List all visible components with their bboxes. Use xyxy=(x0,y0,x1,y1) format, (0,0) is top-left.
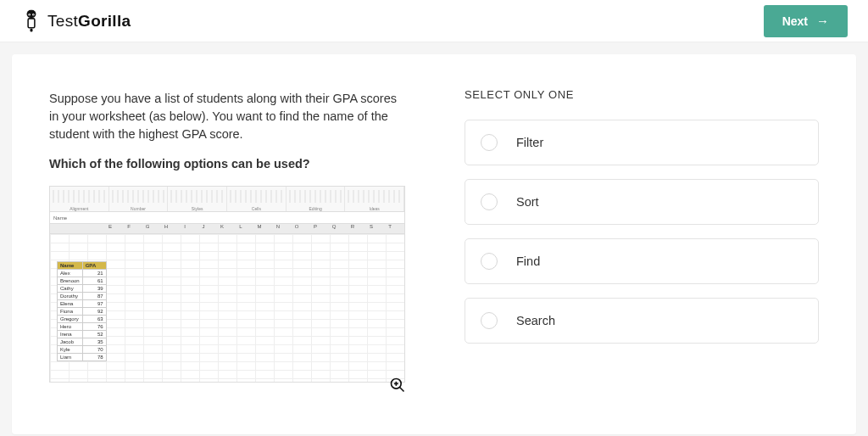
svg-rect-0 xyxy=(27,9,36,17)
next-button-label: Next xyxy=(782,14,808,28)
student-gpa-cell: 76 xyxy=(82,323,106,331)
ribbon-group-label: Number xyxy=(109,206,168,211)
ribbon-group-label: Editing xyxy=(287,206,345,211)
column-header: L xyxy=(231,224,250,233)
svg-line-8 xyxy=(400,388,404,392)
brand-logo: TestGorilla xyxy=(20,9,131,33)
student-gpa-cell: 78 xyxy=(82,354,106,361)
table-header-row: NameGPA xyxy=(58,262,107,270)
table-row: Jacob35 xyxy=(58,338,107,346)
student-name-cell: Hero xyxy=(58,323,83,331)
table-row: Gregory63 xyxy=(58,316,107,323)
student-gpa-cell: 39 xyxy=(82,285,106,293)
student-name-cell: Fiona xyxy=(58,308,83,316)
column-header: N xyxy=(269,224,287,233)
table-header-cell: GPA xyxy=(82,262,106,270)
ribbon-group-label: Ideas xyxy=(345,206,403,211)
question-column: Suppose you have a list of students alon… xyxy=(49,90,405,409)
gorilla-icon xyxy=(20,9,42,33)
column-header: I xyxy=(175,224,194,233)
column-header: J xyxy=(194,224,213,233)
student-name-cell: Gregory xyxy=(58,316,83,323)
table-row: Hero76 xyxy=(58,323,107,331)
column-header: R xyxy=(343,224,362,233)
student-name-cell: Dorothy xyxy=(58,293,83,300)
table-header-cell: Name xyxy=(58,262,83,270)
student-name-cell: Cathy xyxy=(58,285,83,293)
student-gpa-cell: 92 xyxy=(82,308,106,316)
radio-icon xyxy=(481,312,498,329)
student-name-cell: Elena xyxy=(58,300,83,308)
student-name-cell: Jacob xyxy=(58,338,83,346)
radio-icon xyxy=(481,193,498,210)
question-bold: Which of the following options can be us… xyxy=(49,157,405,170)
excel-grid: NameGPAAlex21Brenoon61Cathy39Dorothy87El… xyxy=(50,234,404,382)
student-gpa-cell: 63 xyxy=(82,316,106,323)
table-row: Fiona92 xyxy=(58,308,107,316)
student-gpa-cell: 70 xyxy=(82,346,106,354)
student-name-cell: Kyle xyxy=(58,346,83,354)
ribbon-group-label: Cells xyxy=(227,206,286,211)
table-row: Dorothy87 xyxy=(58,293,107,300)
question-prompt: Suppose you have a list of students alon… xyxy=(49,90,405,143)
column-header: E xyxy=(101,224,120,233)
answer-option-label: Filter xyxy=(516,136,543,149)
table-row: Irena52 xyxy=(58,331,107,338)
student-name-cell: Liam xyxy=(58,354,83,361)
student-gpa-cell: 21 xyxy=(82,270,106,277)
arrow-right-icon: → xyxy=(816,14,829,27)
student-name-cell: Alex xyxy=(58,270,83,277)
table-row: Liam78 xyxy=(58,354,107,361)
zoom-in-icon[interactable] xyxy=(388,376,407,394)
excel-screenshot: AlignmentNumberStylesCellsEditingIdeas N… xyxy=(49,186,405,383)
excel-screenshot-wrap: AlignmentNumberStylesCellsEditingIdeas N… xyxy=(49,186,405,383)
top-bar: TestGorilla Next → xyxy=(0,0,868,42)
answers-column: SELECT ONLY ONE FilterSortFindSearch xyxy=(465,90,819,409)
question-card: Suppose you have a list of students alon… xyxy=(12,54,856,434)
column-header: Q xyxy=(325,224,343,233)
svg-point-3 xyxy=(29,14,30,14)
radio-icon xyxy=(481,253,498,270)
table-row: Brenoon61 xyxy=(58,277,107,285)
answer-option-search[interactable]: Search xyxy=(465,298,819,344)
student-gpa-cell: 87 xyxy=(82,293,106,300)
student-table: NameGPAAlex21Brenoon61Cathy39Dorothy87El… xyxy=(57,261,107,361)
next-button[interactable]: Next → xyxy=(764,5,848,37)
svg-rect-5 xyxy=(28,18,35,27)
ribbon-group: Alignment xyxy=(50,187,109,211)
excel-column-headers: EFGHIJKLMNOPQRST xyxy=(50,224,404,234)
column-header: S xyxy=(362,224,381,233)
ribbon-group: Styles xyxy=(168,187,227,211)
student-name-cell: Irena xyxy=(58,331,83,338)
answer-option-filter[interactable]: Filter xyxy=(465,120,819,165)
excel-name-box: Name xyxy=(50,212,404,224)
answer-option-label: Find xyxy=(516,254,540,268)
table-row: Kyle70 xyxy=(58,346,107,354)
column-header: P xyxy=(306,224,325,233)
answer-option-find[interactable]: Find xyxy=(465,238,819,284)
answer-option-sort[interactable]: Sort xyxy=(465,179,819,225)
student-gpa-cell: 52 xyxy=(82,331,106,338)
column-header: T xyxy=(381,224,399,233)
excel-ribbon: AlignmentNumberStylesCellsEditingIdeas xyxy=(50,187,404,212)
student-gpa-cell: 97 xyxy=(82,300,106,308)
column-header: G xyxy=(138,224,157,233)
column-header: F xyxy=(120,224,138,233)
ribbon-group: Number xyxy=(109,187,169,211)
student-name-cell: Brenoon xyxy=(58,277,83,285)
ribbon-group-label: Alignment xyxy=(50,206,108,211)
answer-options: FilterSortFindSearch xyxy=(465,120,819,344)
ribbon-group-label: Styles xyxy=(168,206,226,211)
column-header: M xyxy=(250,224,269,233)
radio-icon xyxy=(481,134,498,151)
svg-point-4 xyxy=(33,14,34,14)
ribbon-group: Ideas xyxy=(345,187,404,211)
answer-option-label: Search xyxy=(516,314,555,327)
answer-option-label: Sort xyxy=(516,195,539,209)
ribbon-group: Cells xyxy=(227,187,287,211)
table-row: Cathy39 xyxy=(58,285,107,293)
table-row: Alex21 xyxy=(58,270,107,277)
student-gpa-cell: 61 xyxy=(82,277,106,285)
ribbon-group: Editing xyxy=(287,187,346,211)
student-gpa-cell: 35 xyxy=(82,338,106,346)
